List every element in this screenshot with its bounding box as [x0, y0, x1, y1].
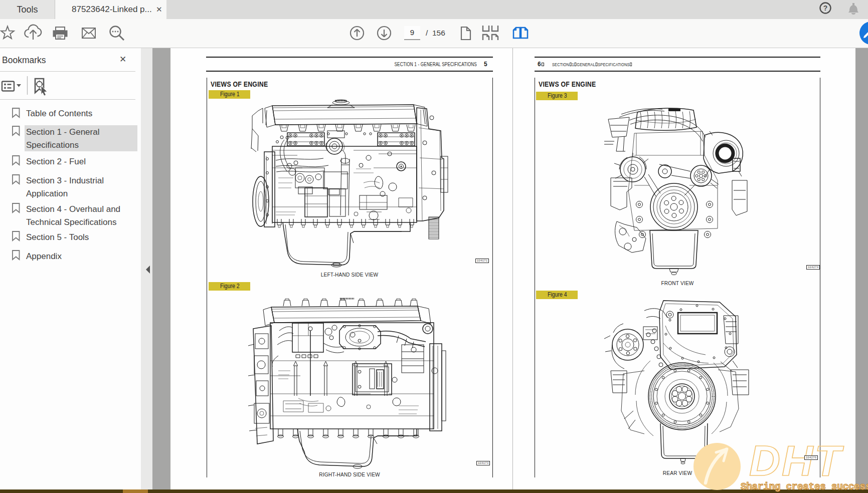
svg-text:DHT: DHT — [749, 436, 844, 484]
svg-text:Sharing creates success: Sharing creates success — [741, 481, 868, 492]
